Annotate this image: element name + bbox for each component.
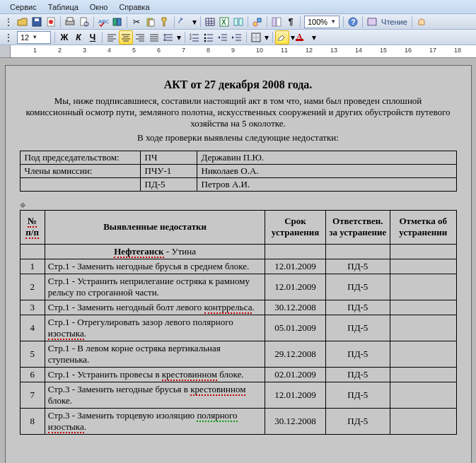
align-justify-icon[interactable] xyxy=(147,30,161,45)
format-painter-icon[interactable] xyxy=(158,15,172,29)
menu-table[interactable]: Таблица xyxy=(42,1,84,13)
insert-table-icon[interactable] xyxy=(203,15,217,29)
svg-rect-12 xyxy=(149,20,154,26)
hands-icon[interactable] xyxy=(414,15,429,29)
cell-mark xyxy=(390,408,457,434)
document-page[interactable]: АКТ от 27 декабря 2008 года. Мы, ниже по… xyxy=(5,65,472,463)
table-row: 2Стр.1 - Устранить неприлегание остряка … xyxy=(20,274,456,300)
horizontal-ruler[interactable]: 1 2 3 4 5 6 7 8 9 10 11 12 13 14 15 16 1… xyxy=(0,45,476,58)
table-row: Члены комиссии: ПЧУ-1 Николаев О.А. xyxy=(20,164,456,177)
cell-deadline: 12.01.2009 xyxy=(265,382,325,408)
bulleted-list-icon[interactable] xyxy=(202,30,216,45)
committee-role: Члены комиссии: xyxy=(20,164,140,177)
committee-table: Под председательством: ПЧ Державин П.Ю. … xyxy=(20,151,457,192)
highlight-color-icon[interactable] xyxy=(275,30,289,45)
chevron-down-icon: ▼ xyxy=(330,18,336,25)
align-center-icon[interactable] xyxy=(119,30,133,45)
cell-mark xyxy=(390,315,457,341)
excel-icon[interactable]: X xyxy=(217,15,231,29)
svg-text:X: X xyxy=(221,18,226,26)
committee-name: Петров А.И. xyxy=(197,177,456,191)
reading-layout-icon[interactable] xyxy=(365,15,379,29)
columns-icon[interactable] xyxy=(231,15,245,29)
cell-mark xyxy=(390,300,457,315)
ruler-tick: 3 xyxy=(83,47,86,54)
permissions-icon[interactable] xyxy=(44,15,58,29)
zoom-combo[interactable]: 100%▼ xyxy=(304,16,339,28)
table-row: ПД-5 Петров А.И. xyxy=(20,177,456,191)
cell-defect: Стр.1 - Заменить негодные брусья в средн… xyxy=(45,259,265,274)
svg-rect-30 xyxy=(278,41,286,42)
cell-deadline: 12.01.2009 xyxy=(265,259,325,274)
decrease-indent-icon[interactable] xyxy=(216,30,230,45)
cell-deadline: 30.12.2008 xyxy=(265,408,325,434)
cell-number: 4 xyxy=(20,315,45,341)
reading-layout-label[interactable]: Чтение xyxy=(379,18,410,26)
drawing-toolbar-icon[interactable] xyxy=(250,15,265,29)
table-move-handle-icon[interactable]: ✥ xyxy=(20,201,457,209)
ruler-tick: 10 xyxy=(256,47,263,54)
table-row: 7Стр.3 - Заменить негодные брусья в крес… xyxy=(20,382,456,408)
table-row: 1Стр.1 - Заменить негодные брусья в сред… xyxy=(20,259,456,274)
font-color-icon[interactable]: A xyxy=(296,30,310,45)
table-row: 6Стр.1 - Устранить провесы в крестовинно… xyxy=(20,367,456,382)
spellcheck-icon[interactable]: ABC xyxy=(96,15,110,29)
ruler-tick: 15 xyxy=(380,47,387,54)
chevron-down-icon[interactable]: ▾ xyxy=(289,30,296,45)
svg-rect-13 xyxy=(206,18,214,25)
borders-icon[interactable] xyxy=(249,30,263,45)
doc-title: АКТ от 27 декабря 2008 года. xyxy=(20,78,457,91)
menu-help[interactable]: Справка xyxy=(113,1,155,13)
undo-icon[interactable] xyxy=(177,15,191,29)
print-preview-icon[interactable] xyxy=(77,15,91,29)
svg-point-28 xyxy=(204,40,207,42)
menu-service[interactable]: Сервис xyxy=(4,1,42,13)
cell-mark xyxy=(390,274,457,300)
numbered-list-icon[interactable]: 12 xyxy=(187,30,202,45)
chevron-down-icon[interactable]: ▾ xyxy=(191,15,198,29)
cell-owner: ПД-5 xyxy=(325,382,390,408)
cell-mark xyxy=(390,259,457,274)
svg-rect-9 xyxy=(113,18,117,25)
open-icon[interactable] xyxy=(16,15,30,29)
svg-rect-20 xyxy=(272,18,276,26)
committee-name: Николаев О.А. xyxy=(197,164,456,177)
align-right-icon[interactable] xyxy=(133,30,147,45)
document-map-icon[interactable] xyxy=(269,15,284,29)
save-icon[interactable] xyxy=(30,15,44,29)
chevron-down-icon[interactable]: ▾ xyxy=(263,30,270,45)
show-formatting-icon[interactable]: ¶ xyxy=(284,15,298,29)
cut-icon[interactable]: ✂ xyxy=(129,15,144,29)
ruler-tick: 1 xyxy=(33,47,37,54)
menu-window[interactable]: Окно xyxy=(84,1,114,13)
svg-point-26 xyxy=(204,33,207,35)
print-icon[interactable] xyxy=(63,15,77,29)
cell-number: 2 xyxy=(20,274,45,300)
line-spacing-icon[interactable] xyxy=(161,30,175,45)
chevron-down-icon[interactable]: ▾ xyxy=(175,30,182,45)
ruler-tick: 6 xyxy=(157,47,161,54)
cell-deadline: 30.12.2008 xyxy=(265,300,325,315)
committee-unit: ПЧУ-1 xyxy=(140,164,197,177)
font-size-combo[interactable]: 12▼ xyxy=(17,31,51,44)
italic-button[interactable]: К xyxy=(71,30,86,45)
ruler-tick: 4 xyxy=(108,47,111,54)
doc-paragraph-2: В ходе проверки выявлены следующие недос… xyxy=(20,132,457,143)
underline-button[interactable]: Ч xyxy=(86,30,100,45)
chevron-down-icon[interactable]: ▾ xyxy=(310,30,318,45)
ruler-tick: 5 xyxy=(132,47,136,54)
cell-defect: Стр.1 - В левом корне остряка вертикальн… xyxy=(45,341,265,367)
paste-icon[interactable] xyxy=(144,15,158,29)
cell-number: 3 xyxy=(20,300,45,315)
align-left-icon[interactable] xyxy=(105,30,119,45)
help-icon[interactable]: ? xyxy=(346,15,360,29)
table-row: 8Стр.3 - Заменить торцевую изоляцию поля… xyxy=(20,408,456,434)
ruler-tick: 8 xyxy=(207,47,210,54)
col-mark: Отметка об устранении xyxy=(390,210,457,244)
svg-rect-10 xyxy=(117,18,121,25)
bold-button[interactable]: Ж xyxy=(57,30,71,45)
increase-indent-icon[interactable] xyxy=(230,30,244,45)
toolbar-grip-icon: ⋮ xyxy=(1,15,16,29)
research-icon[interactable] xyxy=(110,15,124,29)
ruler-tick: 17 xyxy=(429,47,436,54)
